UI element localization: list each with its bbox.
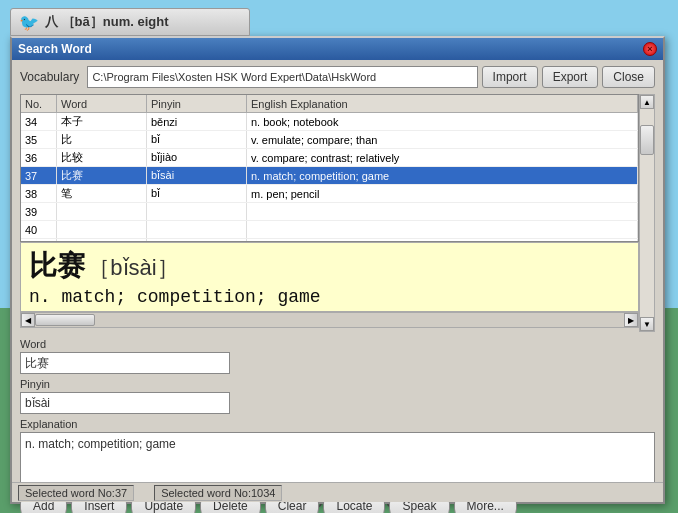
vertical-scrollbar[interactable]: ▲ ▼ (639, 94, 655, 332)
cell-word: 比 (57, 131, 147, 148)
table-header: No. Word Pinyin English Explanation (21, 95, 638, 113)
table-main: No. Word Pinyin English Explanation 34 本… (20, 94, 639, 332)
search-word-dialog: Search Word × Vocabulary Import Export C… (10, 36, 665, 504)
toolbar-row: Vocabulary Import Export Close (20, 66, 655, 88)
cell-explanation: m. pen; pencil (247, 185, 638, 202)
status-bar: Selected word No:37 Selected word No:103… (12, 482, 663, 502)
scroll-v-thumb[interactable] (640, 125, 654, 155)
scroll-h-track[interactable] (35, 313, 624, 327)
preview-line1: 比赛 ［bǐsài］ (29, 247, 630, 285)
preview-meaning: n. match; competition; game (29, 287, 630, 307)
dialog-titlebar: Search Word × (12, 38, 663, 60)
explanation-field-group: Explanation (20, 418, 655, 487)
close-icon[interactable]: × (643, 42, 657, 56)
cell-no: 38 (21, 185, 57, 202)
app-icon: 🐦 (19, 13, 39, 32)
cell-word (57, 221, 147, 238)
pinyin-field-group: Pinyin (20, 378, 655, 414)
scroll-left-arrow[interactable]: ◀ (21, 313, 35, 327)
table-row[interactable]: 40 (21, 221, 638, 239)
table-row[interactable]: 37 比赛 bǐsài n. match; competition; game (21, 167, 638, 185)
scroll-down-arrow[interactable]: ▼ (640, 317, 654, 331)
cell-explanation: v. emulate; compare; than (247, 131, 638, 148)
close-button[interactable]: Close (602, 66, 655, 88)
col-explanation: English Explanation (247, 95, 638, 112)
table-scroll-area: No. Word Pinyin English Explanation 34 本… (20, 94, 655, 332)
table-row[interactable]: 39 (21, 203, 638, 221)
word-input[interactable] (20, 352, 230, 374)
cell-word: 比较 (57, 149, 147, 166)
vocab-label: Vocabulary (20, 70, 79, 84)
import-button[interactable]: Import (482, 66, 538, 88)
preview-chinese: 比赛 (29, 250, 85, 281)
cell-no: 35 (21, 131, 57, 148)
app-title: 八 ［bā］num. eight (45, 13, 169, 31)
cell-pinyin: bǐ (147, 185, 247, 202)
vocab-path-input[interactable] (87, 66, 477, 88)
table-body: 34 本子 běnzi n. book; notebook 35 比 bǐ v.… (21, 113, 638, 241)
export-button[interactable]: Export (542, 66, 599, 88)
cell-explanation (247, 221, 638, 238)
word-label: Word (20, 338, 655, 350)
col-pinyin: Pinyin (147, 95, 247, 112)
pinyin-input[interactable] (20, 392, 230, 414)
cell-explanation: n. book; notebook (247, 113, 638, 130)
cell-word: 比赛 (57, 167, 147, 184)
table-row[interactable]: 41 (21, 239, 638, 241)
col-no: No. (21, 95, 57, 112)
cell-no: 36 (21, 149, 57, 166)
col-word: Word (57, 95, 147, 112)
cell-pinyin: bǐsài (147, 167, 247, 184)
cell-no: 34 (21, 113, 57, 130)
cell-pinyin: běnzi (147, 113, 247, 130)
cell-word (57, 239, 147, 241)
preview-pinyin: ［bǐsài］ (88, 255, 178, 280)
status-word-no2: Selected word No:1034 (154, 485, 282, 501)
cell-word: 笔 (57, 185, 147, 202)
cell-explanation (247, 203, 638, 220)
pinyin-label: Pinyin (20, 378, 655, 390)
cell-explanation: n. match; competition; game (247, 167, 638, 184)
explanation-textarea[interactable] (20, 432, 655, 484)
cell-word: 本子 (57, 113, 147, 130)
status-word-no: Selected word No:37 (18, 485, 134, 501)
explanation-label: Explanation (20, 418, 655, 430)
word-table: No. Word Pinyin English Explanation 34 本… (20, 94, 639, 242)
table-row[interactable]: 36 比较 bǐjiào v. compare; contrast; relat… (21, 149, 638, 167)
cell-explanation (247, 239, 638, 241)
cell-no: 40 (21, 221, 57, 238)
scroll-h-thumb[interactable] (35, 314, 95, 326)
cell-no: 39 (21, 203, 57, 220)
cell-no: 41 (21, 239, 57, 241)
dialog-content: Vocabulary Import Export Close No. Word … (12, 60, 663, 502)
cell-explanation: v. compare; contrast; relatively (247, 149, 638, 166)
cell-pinyin (147, 221, 247, 238)
horizontal-scrollbar[interactable]: ◀ ▶ (20, 312, 639, 328)
cell-pinyin: bǐ (147, 131, 247, 148)
cell-pinyin (147, 239, 247, 241)
cell-pinyin (147, 203, 247, 220)
cell-word (57, 203, 147, 220)
table-row[interactable]: 38 笔 bǐ m. pen; pencil (21, 185, 638, 203)
dialog-title: Search Word (18, 42, 92, 56)
table-row[interactable]: 35 比 bǐ v. emulate; compare; than (21, 131, 638, 149)
preview-box: 比赛 ［bǐsài］ n. match; competition; game (20, 242, 639, 312)
scroll-right-arrow[interactable]: ▶ (624, 313, 638, 327)
cell-pinyin: bǐjiào (147, 149, 247, 166)
word-field-group: Word (20, 338, 655, 374)
app-titlebar: 🐦 八 ［bā］num. eight (10, 8, 250, 36)
cell-no: 37 (21, 167, 57, 184)
table-row[interactable]: 34 本子 běnzi n. book; notebook (21, 113, 638, 131)
scroll-up-arrow[interactable]: ▲ (640, 95, 654, 109)
